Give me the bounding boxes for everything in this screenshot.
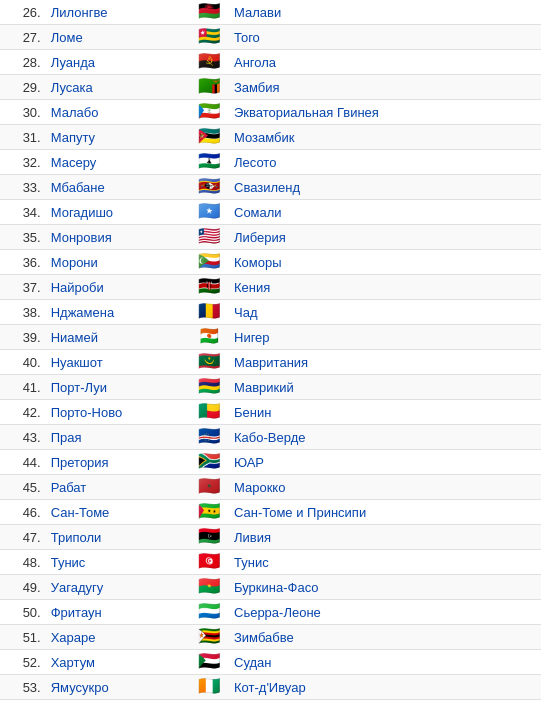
row-number: 42.: [0, 400, 45, 425]
city-name[interactable]: Луанда: [45, 50, 190, 75]
country-name[interactable]: Замбия: [228, 75, 541, 100]
row-number: 35.: [0, 225, 45, 250]
table-row: 39.Ниамей🇳🇪Нигер: [0, 325, 541, 350]
country-name[interactable]: Кот-д'Ивуар: [228, 675, 541, 700]
table-row: 44.Претория🇿🇦ЮАР: [0, 450, 541, 475]
country-name[interactable]: Кабо-Верде: [228, 425, 541, 450]
city-name[interactable]: Ломе: [45, 25, 190, 50]
table-row: 37.Найроби🇰🇪Кения: [0, 275, 541, 300]
city-name[interactable]: Мбабане: [45, 175, 190, 200]
city-name[interactable]: Тунис: [45, 550, 190, 575]
country-name[interactable]: Судан: [228, 650, 541, 675]
city-name[interactable]: Фритаун: [45, 600, 190, 625]
country-name[interactable]: Либерия: [228, 225, 541, 250]
country-flag: 🇧🇯: [190, 400, 228, 425]
city-name[interactable]: Мапуту: [45, 125, 190, 150]
city-name[interactable]: Нджамена: [45, 300, 190, 325]
city-name[interactable]: Триполи: [45, 525, 190, 550]
row-number: 52.: [0, 650, 45, 675]
table-row: 50.Фритаун🇸🇱Сьерра-Леоне: [0, 600, 541, 625]
country-name[interactable]: Свазиленд: [228, 175, 541, 200]
city-name[interactable]: Монровия: [45, 225, 190, 250]
city-name[interactable]: Ниамей: [45, 325, 190, 350]
country-name[interactable]: Ангола: [228, 50, 541, 75]
country-name[interactable]: Тунис: [228, 550, 541, 575]
table-row: 43.Прая🇨🇻Кабо-Верде: [0, 425, 541, 450]
table-row: 46.Сан-Томе🇸🇹Сан-Томе и Принсипи: [0, 500, 541, 525]
row-number: 36.: [0, 250, 45, 275]
row-number: 44.: [0, 450, 45, 475]
table-row: 30.Малабо🇬🇶Экваториальная Гвинея: [0, 100, 541, 125]
country-name[interactable]: Зимбабве: [228, 625, 541, 650]
city-name[interactable]: Хараре: [45, 625, 190, 650]
table-row: 41.Порт-Луи🇲🇺Маврикий: [0, 375, 541, 400]
city-name[interactable]: Прая: [45, 425, 190, 450]
city-name[interactable]: Ямусукро: [45, 675, 190, 700]
row-number: 30.: [0, 100, 45, 125]
table-row: 35.Монровия🇱🇷Либерия: [0, 225, 541, 250]
row-number: 26.: [0, 0, 45, 25]
country-name[interactable]: Чад: [228, 300, 541, 325]
city-name[interactable]: Уагадугу: [45, 575, 190, 600]
city-name[interactable]: Лусака: [45, 75, 190, 100]
country-name[interactable]: ЮАР: [228, 450, 541, 475]
city-name[interactable]: Морони: [45, 250, 190, 275]
country-name[interactable]: Сьерра-Леоне: [228, 600, 541, 625]
country-name[interactable]: Кения: [228, 275, 541, 300]
capitals-table: 26.Лилонгве🇲🇼Малави27.Ломе🇹🇬Того28.Луанд…: [0, 0, 541, 700]
row-number: 47.: [0, 525, 45, 550]
country-flag: 🇲🇦: [190, 475, 228, 500]
city-name[interactable]: Малабо: [45, 100, 190, 125]
row-number: 27.: [0, 25, 45, 50]
country-flag: 🇱🇷: [190, 225, 228, 250]
country-name[interactable]: Сомали: [228, 200, 541, 225]
country-name[interactable]: Мозамбик: [228, 125, 541, 150]
country-name[interactable]: Марокко: [228, 475, 541, 500]
table-row: 47.Триполи🇱🇾Ливия: [0, 525, 541, 550]
city-name[interactable]: Могадишо: [45, 200, 190, 225]
country-flag: 🇿🇦: [190, 450, 228, 475]
city-name[interactable]: Лилонгве: [45, 0, 190, 25]
city-name[interactable]: Хартум: [45, 650, 190, 675]
city-name[interactable]: Найроби: [45, 275, 190, 300]
city-name[interactable]: Порто-Ново: [45, 400, 190, 425]
country-name[interactable]: Сан-Томе и Принсипи: [228, 500, 541, 525]
country-name[interactable]: Буркина-Фасо: [228, 575, 541, 600]
country-flag: 🇨🇻: [190, 425, 228, 450]
table-row: 49.Уагадугу🇧🇫Буркина-Фасо: [0, 575, 541, 600]
country-flag: 🇸🇩: [190, 650, 228, 675]
table-row: 36.Морони🇰🇲Коморы: [0, 250, 541, 275]
country-name[interactable]: Того: [228, 25, 541, 50]
table-row: 32.Масеру🇱🇸Лесото: [0, 150, 541, 175]
country-name[interactable]: Лесото: [228, 150, 541, 175]
country-name[interactable]: Нигер: [228, 325, 541, 350]
city-name[interactable]: Нуакшот: [45, 350, 190, 375]
country-flag: 🇰🇪: [190, 275, 228, 300]
table-row: 34.Могадишо🇸🇴Сомали: [0, 200, 541, 225]
country-flag: 🇰🇲: [190, 250, 228, 275]
country-flag: 🇲🇼: [190, 0, 228, 25]
row-number: 45.: [0, 475, 45, 500]
row-number: 31.: [0, 125, 45, 150]
country-flag: 🇱🇾: [190, 525, 228, 550]
country-name[interactable]: Ливия: [228, 525, 541, 550]
country-name[interactable]: Экваториальная Гвинея: [228, 100, 541, 125]
table-row: 38.Нджамена🇹🇩Чад: [0, 300, 541, 325]
country-name[interactable]: Мавритания: [228, 350, 541, 375]
table-row: 51.Хараре🇿🇼Зимбабве: [0, 625, 541, 650]
country-flag: 🇧🇫: [190, 575, 228, 600]
country-name[interactable]: Бенин: [228, 400, 541, 425]
country-flag: 🇲🇷: [190, 350, 228, 375]
city-name[interactable]: Порт-Луи: [45, 375, 190, 400]
row-number: 29.: [0, 75, 45, 100]
city-name[interactable]: Рабат: [45, 475, 190, 500]
city-name[interactable]: Претория: [45, 450, 190, 475]
country-name[interactable]: Маврикий: [228, 375, 541, 400]
city-name[interactable]: Масеру: [45, 150, 190, 175]
city-name[interactable]: Сан-Томе: [45, 500, 190, 525]
row-number: 28.: [0, 50, 45, 75]
country-name[interactable]: Коморы: [228, 250, 541, 275]
row-number: 51.: [0, 625, 45, 650]
country-flag: 🇸🇴: [190, 200, 228, 225]
country-name[interactable]: Малави: [228, 0, 541, 25]
